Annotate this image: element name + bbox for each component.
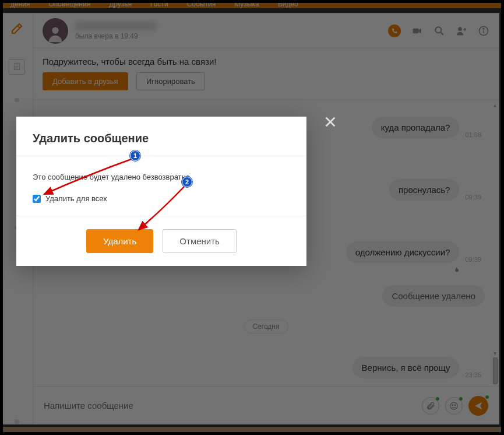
cancel-button[interactable]: Отменить	[163, 229, 237, 253]
confirm-delete-button[interactable]: Удалить	[86, 229, 153, 253]
modal-text: Это сообщение будет удалено безвозвратно…	[33, 173, 290, 181]
modal-body: Это сообщение будет удалено безвозвратно…	[16, 156, 306, 216]
delete-for-all-row[interactable]: Удалить для всех	[33, 194, 290, 203]
close-icon[interactable]	[320, 112, 340, 132]
modal-title: Удалить сообщение	[16, 117, 306, 156]
delete-for-all-label: Удалить для всех	[45, 194, 107, 203]
modal-footer: Удалить Отменить	[16, 216, 306, 266]
delete-for-all-checkbox[interactable]	[33, 195, 41, 203]
delete-message-modal: Удалить сообщение Это сообщение будет уд…	[16, 117, 306, 266]
